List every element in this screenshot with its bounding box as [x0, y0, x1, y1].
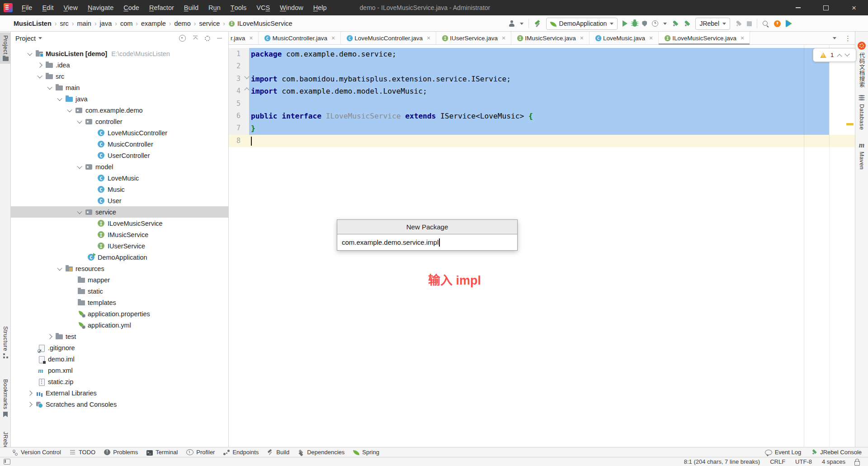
menu-code[interactable]: Code	[118, 0, 144, 15]
run-button[interactable]	[623, 20, 627, 27]
tree-item-src[interactable]: src	[11, 71, 228, 82]
tab-LoveMusicController.java[interactable]: CLoveMusicController.java×	[341, 32, 436, 44]
tree-item-Scratches and Consoles[interactable]: Scratches and Consoles	[11, 399, 228, 410]
tool-window-button-build[interactable]: Build	[267, 449, 289, 456]
expanded-chevron-icon[interactable]	[57, 95, 62, 100]
expanded-chevron-icon[interactable]	[27, 50, 32, 55]
breadcrumb-item-demo[interactable]: demo	[174, 20, 190, 27]
status-segment[interactable]: CRLF	[770, 458, 785, 465]
tree-item-static.zip[interactable]: static.zip	[11, 376, 228, 387]
tree-item-resources[interactable]: resources	[11, 263, 228, 274]
tab-LoveMusic.java[interactable]: CLoveMusic.java×	[590, 32, 659, 44]
tool-stripe-structure[interactable]: Structure	[0, 323, 11, 361]
menu-tools[interactable]: Tools	[226, 0, 252, 15]
jrebel-select[interactable]: JRebel	[695, 18, 730, 30]
run-with-coverage-button[interactable]	[642, 21, 647, 27]
tree-item-test[interactable]: test	[11, 331, 228, 342]
expanded-chevron-icon[interactable]	[67, 107, 72, 112]
tab-r.java[interactable]: r.java×	[229, 32, 259, 44]
tree-item-.gitignore[interactable]: .gitignore	[11, 342, 228, 353]
tree-item-demo.iml[interactable]: demo.iml	[11, 353, 228, 365]
select-opened-file-button[interactable]	[179, 35, 186, 42]
tree-item-com.example.demo[interactable]: com.example.demo	[11, 105, 228, 116]
tab-IUserService.java[interactable]: IIUserService.java×	[436, 32, 511, 44]
tab-MusicController.java[interactable]: CMusicController.java×	[259, 32, 341, 44]
tree-item-controller[interactable]: controller	[11, 116, 228, 127]
close-tab-icon[interactable]: ×	[427, 35, 430, 41]
next-problem-button[interactable]	[844, 51, 849, 56]
plugin-toolbar-icon[interactable]	[786, 20, 791, 27]
tree-item-Music[interactable]: CMusic	[11, 184, 228, 195]
expanded-chevron-icon[interactable]	[77, 163, 82, 168]
package-name-input[interactable]: com.example.demo.service.impl	[337, 234, 517, 250]
gear-icon[interactable]	[205, 36, 210, 41]
expanded-chevron-icon[interactable]	[37, 73, 42, 78]
menu-help[interactable]: Help	[308, 0, 332, 15]
jrebel-debug-button[interactable]	[684, 20, 690, 27]
expanded-chevron-icon[interactable]	[77, 209, 82, 214]
code-editor[interactable]: 12345678 package com.example.demo.servic…	[229, 45, 855, 447]
close-button[interactable]: ×	[840, 0, 868, 15]
breadcrumb-item-ILoveMusicService[interactable]: IILoveMusicService	[228, 20, 292, 27]
tree-item-static[interactable]: static	[11, 285, 228, 297]
tree-item-model[interactable]: model	[11, 161, 228, 172]
tree-item-IUserService[interactable]: IIUserService	[11, 240, 228, 252]
breadcrumb-item-java[interactable]: java	[100, 20, 112, 27]
tool-window-button-spring[interactable]: Spring	[353, 449, 379, 456]
collapse-all-button[interactable]	[193, 36, 198, 41]
collapsed-chevron-icon[interactable]	[27, 390, 32, 395]
tool-window-button-endpoints[interactable]: Endpoints	[223, 449, 259, 456]
close-tab-icon[interactable]: ×	[741, 35, 744, 41]
tool-window-button-event-log[interactable]: Event Log	[765, 449, 802, 456]
lock-icon[interactable]	[854, 461, 860, 466]
tree-item-pom.xml[interactable]: mpom.xml	[11, 365, 228, 376]
tree-item-java[interactable]: java	[11, 93, 228, 105]
expanded-chevron-icon[interactable]	[47, 84, 52, 89]
tree-item-LoveMusic[interactable]: CLoveMusic	[11, 172, 228, 184]
inspections-widget[interactable]: 1	[813, 48, 856, 62]
hidden-tabs-chevron-icon[interactable]	[833, 37, 836, 39]
menu-file[interactable]: File	[17, 0, 37, 15]
tool-window-button-version-control[interactable]: Version Control	[12, 449, 61, 456]
tree-item-MusicListen [demo][interactable]: MusicListen [demo]E:\code\MusicListen	[11, 48, 228, 59]
expanded-chevron-icon[interactable]	[77, 118, 82, 123]
more-options-icon[interactable]: ⋮	[844, 34, 851, 43]
vcs-user-icon[interactable]	[509, 20, 515, 27]
update-notification-icon[interactable]	[774, 20, 781, 27]
tree-item-IMusicService[interactable]: IIMusicService	[11, 229, 228, 240]
menu-window[interactable]: Window	[275, 0, 308, 15]
collapsed-chevron-icon[interactable]	[47, 334, 52, 339]
breadcrumb-item-service[interactable]: service	[199, 20, 220, 27]
tab-ILoveMusicService.java[interactable]: IILoveMusicService.java×	[659, 32, 750, 44]
tree-item-User[interactable]: CUser	[11, 195, 228, 206]
menu-edit[interactable]: Edit	[37, 0, 58, 15]
tree-item-service[interactable]: service	[11, 206, 228, 218]
hide-panel-button[interactable]	[217, 38, 222, 39]
tree-item-External Libraries[interactable]: External Libraries	[11, 387, 228, 399]
menu-refactor[interactable]: Refactor	[144, 0, 179, 15]
tab-IMusicService.java[interactable]: IIMusicService.java×	[511, 32, 590, 44]
tool-window-button-todo[interactable]: TODO	[70, 449, 95, 456]
menu-vcs[interactable]: VCS	[251, 0, 275, 15]
menu-run[interactable]: Run	[203, 0, 226, 15]
build-project-button[interactable]	[534, 20, 541, 27]
previous-problem-button[interactable]	[837, 54, 842, 59]
breadcrumb-item-src[interactable]: src	[60, 20, 68, 27]
expanded-chevron-icon[interactable]	[57, 265, 62, 270]
jrebel-run-button[interactable]	[672, 20, 679, 27]
status-segment[interactable]: UTF-8	[795, 458, 812, 465]
collapsed-chevron-icon[interactable]	[27, 402, 32, 407]
tree-item-UserController[interactable]: CUserController	[11, 150, 228, 161]
status-segment[interactable]: 4 spaces	[822, 458, 845, 465]
close-tab-icon[interactable]: ×	[502, 35, 505, 41]
close-tab-icon[interactable]: ×	[331, 35, 335, 41]
breadcrumb-item-example[interactable]: example	[141, 20, 166, 27]
menu-navigate[interactable]: Navigate	[83, 0, 118, 15]
debug-button[interactable]	[632, 21, 637, 27]
tool-window-button-problems[interactable]: Problems	[104, 449, 138, 456]
tree-item-.idea[interactable]: .idea	[11, 59, 228, 71]
close-tab-icon[interactable]: ×	[580, 35, 584, 41]
tool-stripe-maven[interactable]: m Maven	[855, 142, 868, 170]
tree-item-application.yml[interactable]: application.yml	[11, 319, 228, 331]
tool-stripe-database[interactable]: Database	[855, 95, 868, 130]
